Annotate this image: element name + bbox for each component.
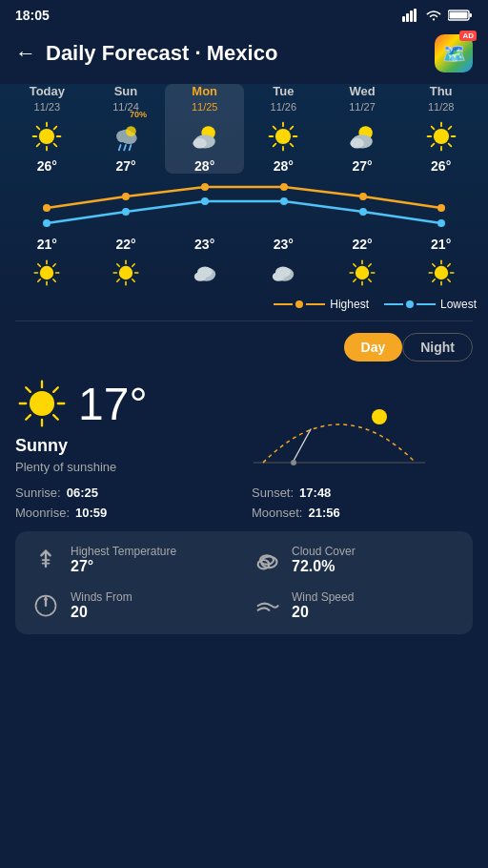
current-temp-row: 17° bbox=[15, 377, 244, 430]
current-temperature: 17° bbox=[78, 378, 148, 430]
svg-line-20 bbox=[124, 145, 126, 150]
day-name-thu: Thu bbox=[430, 84, 453, 98]
svg-rect-2 bbox=[410, 10, 413, 22]
sun-times: Sunrise: 06:25 Sunset: 17:48 Moonrise: 1… bbox=[15, 486, 473, 520]
svg-line-34 bbox=[274, 144, 276, 147]
svg-line-19 bbox=[119, 145, 121, 150]
legend-line-highest bbox=[274, 303, 293, 305]
svg-point-59 bbox=[40, 266, 53, 279]
day-col-tue[interactable]: Tue 11/26 28° bbox=[244, 84, 323, 174]
svg-line-21 bbox=[130, 145, 132, 150]
svg-point-82 bbox=[275, 267, 291, 278]
day-date-tue: 11/26 bbox=[271, 101, 297, 113]
details-card: Highest Temperature 27° Cloud Cover 72.0… bbox=[15, 531, 473, 634]
cloud-cover-icon bbox=[252, 545, 282, 575]
moonrise-item: Moonrise: 10:59 bbox=[15, 506, 236, 520]
legend-highest: Highest bbox=[274, 298, 369, 311]
svg-line-12 bbox=[37, 127, 40, 130]
sun-arc-container bbox=[244, 377, 473, 472]
weather-icon-sun: 70% bbox=[109, 119, 143, 154]
svg-point-48 bbox=[122, 193, 130, 200]
day-toggle-button[interactable]: Day bbox=[344, 333, 403, 362]
status-bar: 18:05 bbox=[0, 0, 488, 27]
wind-speed-item: Wind Speed 20 bbox=[252, 590, 458, 621]
svg-line-15 bbox=[37, 144, 40, 147]
weather-icon-tue bbox=[266, 119, 300, 154]
wifi-icon bbox=[425, 9, 442, 22]
svg-point-83 bbox=[356, 266, 369, 279]
low-temp-mon: 23° bbox=[165, 237, 244, 252]
day-col-thu[interactable]: Thu 11/28 26° bbox=[401, 84, 480, 174]
svg-rect-6 bbox=[450, 12, 468, 19]
svg-point-56 bbox=[280, 197, 288, 205]
svg-line-99 bbox=[447, 264, 449, 266]
page-title: Daily Forecast · Mexico bbox=[46, 41, 277, 66]
svg-point-68 bbox=[119, 266, 132, 279]
partly-cloudy-icon-2 bbox=[188, 119, 222, 154]
day-date-thu: 11/28 bbox=[428, 101, 455, 113]
legend-dot-lowest bbox=[406, 300, 414, 308]
ad-badge: AD bbox=[459, 31, 477, 41]
day-name-tue: Tue bbox=[273, 84, 294, 98]
sunny-icon-3 bbox=[266, 119, 300, 154]
back-button[interactable]: ← bbox=[15, 41, 36, 66]
svg-point-25 bbox=[193, 138, 206, 149]
svg-line-46 bbox=[431, 144, 434, 147]
day-night-toggle: Day Night bbox=[15, 333, 473, 362]
day-col-wed[interactable]: Wed 11/27 27° bbox=[323, 84, 402, 174]
svg-point-50 bbox=[280, 183, 288, 191]
bottom-sunny-0 bbox=[31, 258, 62, 288]
app-icon[interactable]: 🗺️ AD bbox=[435, 34, 473, 72]
svg-line-100 bbox=[432, 279, 434, 281]
wind-speed-label: Wind Speed bbox=[292, 590, 354, 604]
low-temp-tue: 23° bbox=[244, 237, 323, 252]
day-col-sun[interactable]: Sun 11/24 70% 27° bbox=[87, 84, 166, 174]
bottom-icon-today bbox=[8, 258, 87, 288]
day-name-wed: Wed bbox=[349, 84, 375, 98]
temp-chart bbox=[8, 177, 480, 235]
svg-line-64 bbox=[38, 264, 40, 266]
current-left: 17° Sunny Plenty of sunshine bbox=[15, 377, 244, 474]
moonset-item: Moonset: 21:56 bbox=[252, 506, 473, 520]
svg-line-31 bbox=[274, 127, 276, 130]
day-col-mon[interactable]: Mon 11/25 28° bbox=[165, 84, 244, 174]
cloud-cover-item: Cloud Cover 72.0% bbox=[252, 545, 458, 575]
header-left: ← Daily Forecast · Mexico bbox=[15, 41, 277, 66]
svg-point-79 bbox=[197, 267, 213, 278]
svg-line-32 bbox=[291, 144, 294, 147]
highest-temp-value: 27° bbox=[71, 558, 176, 575]
low-temp-wed: 22° bbox=[323, 237, 402, 252]
rainy-cloud-icon bbox=[109, 119, 143, 154]
svg-point-92 bbox=[434, 266, 447, 279]
svg-line-45 bbox=[448, 127, 451, 130]
wind-speed-icon-svg bbox=[254, 592, 280, 619]
low-temp-today: 21° bbox=[8, 237, 87, 252]
bottom-icon-sun bbox=[87, 258, 166, 288]
svg-line-66 bbox=[53, 264, 55, 266]
svg-point-37 bbox=[350, 138, 363, 149]
day-columns: Today 11/23 26° bbox=[0, 84, 488, 174]
legend-label-highest: Highest bbox=[330, 298, 369, 311]
current-sun-icon bbox=[15, 377, 69, 430]
wind-speed-icon bbox=[252, 590, 282, 621]
svg-line-109 bbox=[26, 415, 30, 420]
sunrise-item: Sunrise: 06:25 bbox=[15, 486, 236, 500]
svg-rect-1 bbox=[406, 13, 409, 22]
sun-arc-svg bbox=[244, 377, 435, 482]
svg-point-49 bbox=[201, 183, 209, 191]
sunset-value: 17:48 bbox=[299, 486, 331, 500]
night-toggle-button[interactable]: Night bbox=[402, 333, 473, 362]
svg-point-47 bbox=[43, 204, 51, 212]
thermometer-up-icon bbox=[32, 547, 59, 573]
svg-line-43 bbox=[431, 127, 434, 130]
day-col-today[interactable]: Today 11/23 26° bbox=[8, 84, 87, 174]
high-temp-mon: 28° bbox=[194, 158, 214, 174]
day-night-section: Day Night 17° bbox=[0, 321, 488, 646]
winds-from-item: Winds From 20 bbox=[30, 590, 236, 621]
svg-rect-0 bbox=[402, 16, 405, 22]
low-temp-row: 21° 22° 23° 23° 22° 21° bbox=[0, 237, 488, 252]
wind-speed-value: 20 bbox=[292, 604, 354, 621]
battery-icon bbox=[448, 9, 473, 22]
bottom-icons-row bbox=[0, 252, 488, 294]
svg-rect-5 bbox=[470, 13, 473, 17]
